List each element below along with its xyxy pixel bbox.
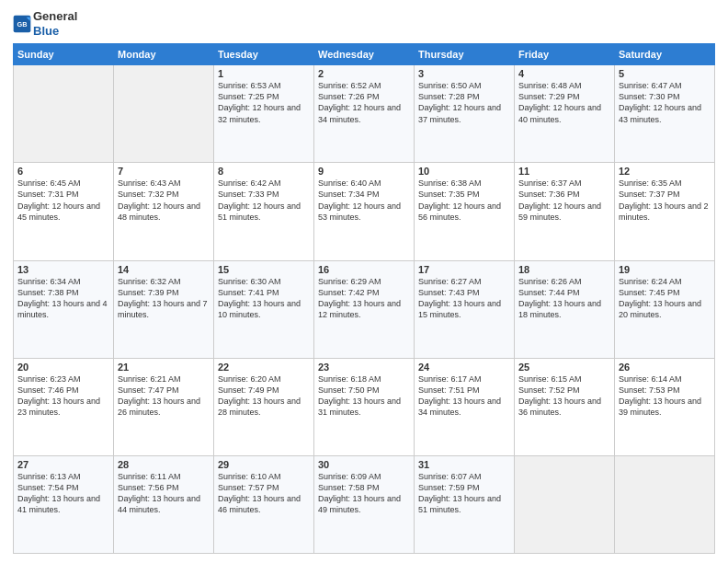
day-cell: 30Sunrise: 6:09 AM Sunset: 7:58 PM Dayli… — [314, 455, 415, 553]
day-cell: 17Sunrise: 6:27 AM Sunset: 7:43 PM Dayli… — [415, 260, 515, 358]
day-number: 6 — [17, 166, 109, 177]
day-info: Sunrise: 6:32 AM Sunset: 7:39 PM Dayligh… — [118, 276, 210, 321]
day-number: 17 — [418, 264, 510, 275]
day-info: Sunrise: 6:48 AM Sunset: 7:29 PM Dayligh… — [518, 80, 610, 125]
day-cell: 1Sunrise: 6:53 AM Sunset: 7:25 PM Daylig… — [214, 65, 314, 163]
day-number: 4 — [518, 68, 610, 79]
day-cell: 5Sunrise: 6:47 AM Sunset: 7:30 PM Daylig… — [615, 65, 715, 163]
day-cell — [114, 65, 214, 163]
day-cell: 3Sunrise: 6:50 AM Sunset: 7:28 PM Daylig… — [415, 65, 515, 163]
weekday-header-saturday: Saturday — [615, 44, 715, 65]
day-cell: 14Sunrise: 6:32 AM Sunset: 7:39 PM Dayli… — [114, 260, 214, 358]
day-info: Sunrise: 6:29 AM Sunset: 7:42 PM Dayligh… — [318, 276, 410, 321]
logo: GB General Blue — [13, 9, 77, 38]
day-info: Sunrise: 6:30 AM Sunset: 7:41 PM Dayligh… — [218, 276, 310, 321]
day-number: 15 — [218, 264, 310, 275]
day-cell: 8Sunrise: 6:42 AM Sunset: 7:33 PM Daylig… — [214, 163, 314, 260]
weekday-header-friday: Friday — [515, 44, 615, 65]
logo-text: General Blue — [33, 9, 77, 38]
day-number: 22 — [218, 362, 310, 373]
day-cell: 21Sunrise: 6:21 AM Sunset: 7:47 PM Dayli… — [114, 358, 214, 455]
day-number: 26 — [619, 362, 711, 373]
day-cell: 31Sunrise: 6:07 AM Sunset: 7:59 PM Dayli… — [415, 455, 515, 553]
day-info: Sunrise: 6:14 AM Sunset: 7:53 PM Dayligh… — [619, 373, 711, 419]
day-info: Sunrise: 6:24 AM Sunset: 7:45 PM Dayligh… — [619, 276, 711, 321]
day-cell: 18Sunrise: 6:26 AM Sunset: 7:44 PM Dayli… — [515, 260, 615, 358]
day-info: Sunrise: 6:17 AM Sunset: 7:51 PM Dayligh… — [418, 373, 510, 419]
day-number: 11 — [518, 166, 610, 177]
day-cell — [615, 455, 715, 553]
day-info: Sunrise: 6:40 AM Sunset: 7:34 PM Dayligh… — [318, 178, 410, 223]
day-info: Sunrise: 6:26 AM Sunset: 7:44 PM Dayligh… — [518, 276, 610, 321]
day-info: Sunrise: 6:20 AM Sunset: 7:49 PM Dayligh… — [218, 373, 310, 419]
calendar-page: GB General Blue SundayMondayTuesdayWedne… — [0, 0, 728, 563]
day-info: Sunrise: 6:07 AM Sunset: 7:59 PM Dayligh… — [418, 471, 510, 516]
logo-icon: GB — [13, 15, 31, 33]
day-cell: 29Sunrise: 6:10 AM Sunset: 7:57 PM Dayli… — [214, 455, 314, 553]
day-info: Sunrise: 6:50 AM Sunset: 7:28 PM Dayligh… — [418, 80, 510, 125]
day-number: 3 — [418, 68, 510, 79]
day-info: Sunrise: 6:15 AM Sunset: 7:52 PM Dayligh… — [518, 373, 610, 419]
day-number: 16 — [318, 264, 410, 275]
day-info: Sunrise: 6:42 AM Sunset: 7:33 PM Dayligh… — [218, 178, 310, 223]
day-cell: 9Sunrise: 6:40 AM Sunset: 7:34 PM Daylig… — [314, 163, 415, 260]
weekday-header-monday: Monday — [114, 44, 214, 65]
day-number: 30 — [318, 459, 410, 470]
day-cell: 2Sunrise: 6:52 AM Sunset: 7:26 PM Daylig… — [314, 65, 415, 163]
day-number: 9 — [318, 166, 410, 177]
day-info: Sunrise: 6:34 AM Sunset: 7:38 PM Dayligh… — [17, 276, 109, 321]
day-cell: 11Sunrise: 6:37 AM Sunset: 7:36 PM Dayli… — [515, 163, 615, 260]
day-cell: 24Sunrise: 6:17 AM Sunset: 7:51 PM Dayli… — [415, 358, 515, 455]
day-cell: 27Sunrise: 6:13 AM Sunset: 7:54 PM Dayli… — [14, 455, 114, 553]
day-cell: 12Sunrise: 6:35 AM Sunset: 7:37 PM Dayli… — [615, 163, 715, 260]
day-number: 7 — [118, 166, 210, 177]
day-info: Sunrise: 6:21 AM Sunset: 7:47 PM Dayligh… — [118, 373, 210, 419]
day-cell: 23Sunrise: 6:18 AM Sunset: 7:50 PM Dayli… — [314, 358, 415, 455]
week-row-3: 13Sunrise: 6:34 AM Sunset: 7:38 PM Dayli… — [14, 260, 715, 358]
day-cell: 20Sunrise: 6:23 AM Sunset: 7:46 PM Dayli… — [14, 358, 114, 455]
day-cell: 26Sunrise: 6:14 AM Sunset: 7:53 PM Dayli… — [615, 358, 715, 455]
day-info: Sunrise: 6:23 AM Sunset: 7:46 PM Dayligh… — [17, 373, 109, 419]
day-cell: 4Sunrise: 6:48 AM Sunset: 7:29 PM Daylig… — [515, 65, 615, 163]
weekday-header-sunday: Sunday — [14, 44, 114, 65]
day-number: 21 — [118, 362, 210, 373]
day-cell: 28Sunrise: 6:11 AM Sunset: 7:56 PM Dayli… — [114, 455, 214, 553]
day-number: 19 — [619, 264, 711, 275]
day-cell: 19Sunrise: 6:24 AM Sunset: 7:45 PM Dayli… — [615, 260, 715, 358]
day-number: 20 — [17, 362, 109, 373]
day-number: 5 — [619, 68, 711, 79]
header: GB General Blue — [13, 9, 715, 38]
day-cell: 10Sunrise: 6:38 AM Sunset: 7:35 PM Dayli… — [415, 163, 515, 260]
day-cell — [14, 65, 114, 163]
day-info: Sunrise: 6:38 AM Sunset: 7:35 PM Dayligh… — [418, 178, 510, 223]
day-number: 13 — [17, 264, 109, 275]
day-number: 24 — [418, 362, 510, 373]
day-number: 29 — [218, 459, 310, 470]
svg-text:GB: GB — [17, 20, 28, 29]
day-info: Sunrise: 6:09 AM Sunset: 7:58 PM Dayligh… — [318, 471, 410, 516]
weekday-header-tuesday: Tuesday — [214, 44, 314, 65]
day-number: 1 — [218, 68, 310, 79]
week-row-5: 27Sunrise: 6:13 AM Sunset: 7:54 PM Dayli… — [14, 455, 715, 553]
day-number: 25 — [518, 362, 610, 373]
weekday-header-wednesday: Wednesday — [314, 44, 415, 65]
day-info: Sunrise: 6:35 AM Sunset: 7:37 PM Dayligh… — [619, 178, 711, 223]
day-number: 10 — [418, 166, 510, 177]
day-cell — [515, 455, 615, 553]
day-info: Sunrise: 6:37 AM Sunset: 7:36 PM Dayligh… — [518, 178, 610, 223]
day-info: Sunrise: 6:18 AM Sunset: 7:50 PM Dayligh… — [318, 373, 410, 419]
day-number: 27 — [17, 459, 109, 470]
day-number: 2 — [318, 68, 410, 79]
day-number: 28 — [118, 459, 210, 470]
day-cell: 7Sunrise: 6:43 AM Sunset: 7:32 PM Daylig… — [114, 163, 214, 260]
calendar-table: SundayMondayTuesdayWednesdayThursdayFrid… — [13, 43, 715, 554]
day-info: Sunrise: 6:10 AM Sunset: 7:57 PM Dayligh… — [218, 471, 310, 516]
week-row-2: 6Sunrise: 6:45 AM Sunset: 7:31 PM Daylig… — [14, 163, 715, 260]
week-row-4: 20Sunrise: 6:23 AM Sunset: 7:46 PM Dayli… — [14, 358, 715, 455]
day-number: 14 — [118, 264, 210, 275]
day-cell: 22Sunrise: 6:20 AM Sunset: 7:49 PM Dayli… — [214, 358, 314, 455]
day-info: Sunrise: 6:13 AM Sunset: 7:54 PM Dayligh… — [17, 471, 109, 516]
day-number: 18 — [518, 264, 610, 275]
header-row: SundayMondayTuesdayWednesdayThursdayFrid… — [14, 44, 715, 65]
day-number: 8 — [218, 166, 310, 177]
